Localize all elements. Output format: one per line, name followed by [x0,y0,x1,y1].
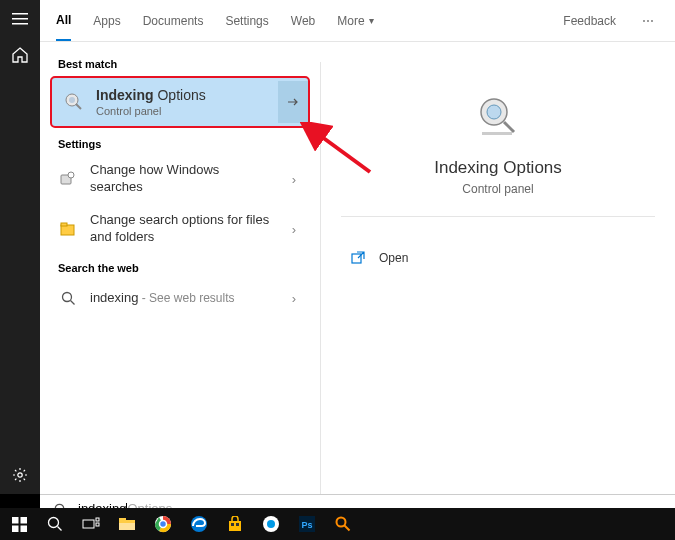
settings-result-label: Change how Windows searches [90,162,274,196]
svg-rect-28 [229,521,241,531]
chrome-icon[interactable] [150,511,176,537]
svg-rect-13 [12,517,19,524]
tab-all[interactable]: All [56,1,71,41]
photoshop-icon[interactable]: Ps [294,511,320,537]
search-taskbar-icon[interactable] [42,511,68,537]
taskbar: Ps [0,508,675,540]
indexing-options-large-icon [474,92,522,140]
svg-rect-18 [83,520,94,528]
search-panel: All Apps Documents Settings Web More ▾ F… [40,0,675,494]
svg-rect-11 [352,254,361,263]
svg-rect-20 [96,523,99,526]
web-suffix: - See web results [138,291,234,305]
web-result[interactable]: indexing - See web results › [46,278,314,318]
divider [341,216,655,217]
open-action[interactable]: Open [321,237,675,279]
result-subtitle: Control panel [96,104,268,118]
tab-documents[interactable]: Documents [143,2,204,40]
chevron-right-icon: › [284,172,304,187]
app-icon-circle[interactable] [258,511,284,537]
svg-rect-6 [61,223,67,226]
svg-point-2 [69,97,75,103]
gear-icon[interactable] [11,466,29,484]
settings-label: Settings [46,130,314,154]
start-button[interactable] [6,511,32,537]
filter-tabs: All Apps Documents Settings Web More ▾ F… [40,0,675,42]
results-pane: Best match Indexing Options Control pane… [40,42,320,494]
tab-apps[interactable]: Apps [93,2,120,40]
app-icon-search[interactable] [330,511,356,537]
search-icon [56,286,80,310]
settings-result-0[interactable]: Change how Windows searches › [46,154,314,204]
tab-settings[interactable]: Settings [225,2,268,40]
result-title-rest: Options [154,87,206,103]
indexing-options-icon [62,90,86,114]
svg-point-17 [49,518,59,528]
folder-options-icon [56,217,80,241]
svg-rect-14 [20,517,27,524]
home-icon[interactable] [11,46,29,64]
svg-text:Ps: Ps [301,520,312,530]
svg-rect-19 [96,518,99,521]
svg-point-4 [68,172,74,178]
svg-rect-29 [231,523,234,526]
chevron-right-icon: › [284,222,304,237]
web-term: indexing [90,290,138,305]
hamburger-icon[interactable] [11,10,29,28]
svg-point-7 [62,292,71,301]
task-view-icon[interactable] [78,511,104,537]
tab-web[interactable]: Web [291,2,315,40]
svg-rect-16 [20,525,27,532]
best-match-result[interactable]: Indexing Options Control panel [50,76,310,128]
svg-rect-30 [236,523,239,526]
store-icon[interactable] [222,511,248,537]
svg-point-32 [267,520,275,528]
svg-rect-23 [119,523,135,530]
open-label: Open [379,251,408,265]
svg-point-0 [18,473,22,477]
chevron-right-icon: › [284,291,304,306]
svg-point-26 [160,521,167,528]
file-explorer-icon[interactable] [114,511,140,537]
web-label: Search the web [46,254,314,278]
svg-rect-10 [482,132,512,135]
settings-result-label: Change search options for files and fold… [90,212,274,246]
settings-result-1[interactable]: Change search options for files and fold… [46,204,314,254]
feedback-link[interactable]: Feedback [563,14,616,28]
tab-more[interactable]: More [337,2,364,40]
svg-rect-15 [12,525,19,532]
open-icon [351,251,365,265]
preview-pane: Indexing Options Control panel Open [320,62,675,494]
more-options-button[interactable]: ⋯ [638,14,659,28]
search-settings-icon [56,167,80,191]
best-match-label: Best match [46,50,314,74]
start-sidebar [0,0,40,494]
chevron-down-icon: ▾ [369,15,374,26]
result-title-bold: Indexing [96,87,154,103]
expand-arrow-button[interactable] [278,81,308,123]
preview-title: Indexing Options [434,158,562,178]
svg-rect-22 [119,518,126,521]
svg-point-9 [487,105,501,119]
edge-icon[interactable] [186,511,212,537]
preview-subtitle: Control panel [462,182,533,196]
svg-point-35 [337,518,346,527]
